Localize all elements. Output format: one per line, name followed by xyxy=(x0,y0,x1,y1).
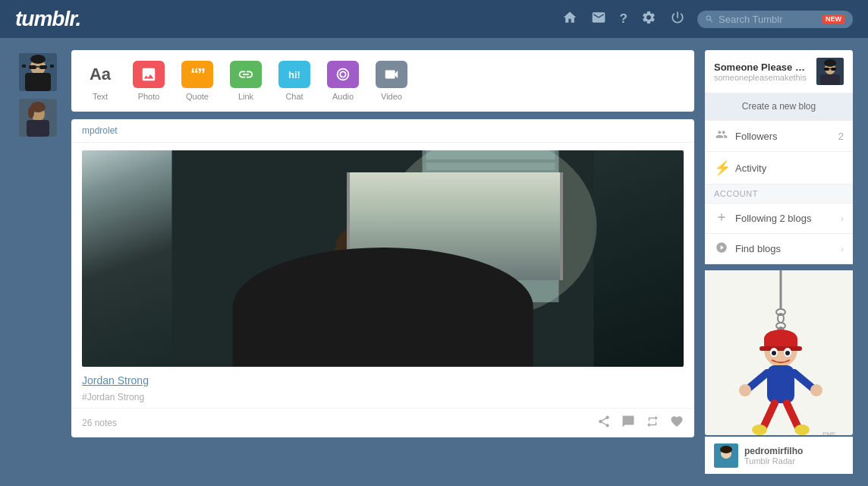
followers-label: Followers xyxy=(735,131,832,142)
svg-rect-36 xyxy=(305,291,434,367)
svg-rect-21 xyxy=(426,205,555,213)
svg-rect-28 xyxy=(309,279,430,367)
new-badge: new xyxy=(822,14,845,24)
following-icon xyxy=(714,211,729,226)
radar-bottom-info: pedromirfilho Tumblr Radar xyxy=(744,446,844,465)
svg-point-66 xyxy=(739,384,751,396)
comment-icon[interactable] xyxy=(621,415,635,431)
svg-rect-34 xyxy=(371,266,386,275)
svg-point-64 xyxy=(752,424,767,435)
svg-rect-7 xyxy=(50,65,54,68)
svg-point-8 xyxy=(30,55,46,64)
svg-rect-3 xyxy=(29,65,36,69)
video-post-button[interactable]: Video xyxy=(375,61,408,101)
post-image-container xyxy=(71,143,694,367)
blog-info: Someone Please M... someonepleasemakethi… xyxy=(714,62,810,82)
svg-point-31 xyxy=(332,245,350,281)
photo-post-button[interactable]: Photo xyxy=(132,61,165,101)
radar-bottom-avatar xyxy=(714,443,738,468)
radar-tag: Tumblr Radar xyxy=(744,456,844,465)
svg-rect-54 xyxy=(760,346,802,351)
svg-rect-24 xyxy=(426,237,555,245)
post-body: Jordan Strong #Jordan Strong xyxy=(71,367,694,408)
blog-url: someonepleasemakethis xyxy=(714,73,810,82)
find-blogs-arrow: › xyxy=(841,244,844,254)
radar-card: PMF + xyxy=(705,270,853,435)
blog-name: Someone Please M... xyxy=(714,62,810,73)
search-input[interactable] xyxy=(719,14,817,25)
find-blogs-link[interactable]: Find blogs › xyxy=(705,234,853,264)
svg-rect-33 xyxy=(353,266,368,275)
svg-point-39 xyxy=(824,59,836,67)
radar-bottom[interactable]: pedromirfilho Tumblr Radar xyxy=(705,437,853,474)
reblog-icon[interactable] xyxy=(646,415,659,431)
post-photo xyxy=(82,150,684,367)
mail-icon[interactable] xyxy=(591,10,606,29)
radar-username: pedromirfilho xyxy=(744,446,844,456)
find-blogs-label: Find blogs xyxy=(735,243,835,254)
svg-point-29 xyxy=(339,236,397,300)
activity-icon: ⚡ xyxy=(714,159,729,176)
post-card: mpdrolet xyxy=(71,119,694,437)
svg-rect-19 xyxy=(426,184,555,191)
help-icon[interactable]: ? xyxy=(620,11,627,27)
like-icon[interactable] xyxy=(670,415,684,431)
avatar-2[interactable] xyxy=(19,99,57,137)
account-section-header: ACCOUNT xyxy=(705,185,853,204)
power-icon[interactable] xyxy=(670,10,685,29)
svg-point-13 xyxy=(28,106,34,118)
text-post-button[interactable]: Aa Text xyxy=(83,61,117,101)
svg-rect-25 xyxy=(426,248,555,255)
quote-post-button[interactable]: “” Quote xyxy=(181,61,214,101)
svg-rect-20 xyxy=(426,194,555,202)
svg-rect-2 xyxy=(25,73,51,91)
svg-rect-40 xyxy=(820,74,840,85)
search-bar: new xyxy=(697,11,853,28)
find-blogs-icon xyxy=(714,241,729,256)
create-blog-button[interactable]: Create a new blog xyxy=(705,93,853,120)
audio-post-button[interactable]: Audio xyxy=(326,61,360,101)
center-feed: Aa Text Photo “” Quote Link xyxy=(71,50,694,474)
home-icon[interactable] xyxy=(562,10,577,29)
svg-rect-14 xyxy=(172,150,594,367)
right-sidebar: Someone Please M... someonepleasemakethi… xyxy=(705,50,853,474)
svg-rect-11 xyxy=(27,120,49,137)
share-icon[interactable] xyxy=(597,415,611,431)
post-header: mpdrolet xyxy=(71,119,694,143)
following-link[interactable]: Following 2 blogs › xyxy=(705,204,853,234)
avatar-1[interactable] xyxy=(19,53,57,91)
following-label: Following 2 blogs xyxy=(735,213,835,224)
svg-point-67 xyxy=(810,384,822,396)
svg-point-27 xyxy=(301,348,438,367)
post-composer: Aa Text Photo “” Quote Link xyxy=(71,50,694,112)
svg-rect-41 xyxy=(824,68,829,71)
post-actions xyxy=(597,415,684,431)
svg-rect-22 xyxy=(426,216,555,223)
svg-point-57 xyxy=(772,351,776,355)
svg-rect-42 xyxy=(831,68,836,71)
svg-point-30 xyxy=(336,224,400,267)
post-username[interactable]: mpdrolet xyxy=(82,125,118,136)
svg-rect-15 xyxy=(423,150,559,302)
activity-stat[interactable]: ⚡ Activity xyxy=(705,152,853,185)
svg-point-71 xyxy=(720,446,732,453)
post-notes: 26 notes xyxy=(82,418,117,428)
svg-text:PMF: PMF xyxy=(822,431,836,435)
activity-label: Activity xyxy=(735,163,844,174)
post-title[interactable]: Jordan Strong xyxy=(82,374,684,387)
nav-icons: ? xyxy=(562,10,685,29)
followers-stat[interactable]: Followers 2 xyxy=(705,121,853,152)
header: tumblr. ? new xyxy=(0,0,868,38)
svg-rect-59 xyxy=(767,365,794,403)
chat-post-button[interactable]: hi! Chat xyxy=(278,61,311,101)
followers-count: 2 xyxy=(838,131,844,142)
settings-icon[interactable] xyxy=(641,10,656,29)
blog-avatar[interactable] xyxy=(816,58,844,85)
svg-point-32 xyxy=(386,246,404,279)
svg-rect-6 xyxy=(22,65,26,68)
logo: tumblr. xyxy=(15,7,80,31)
svg-rect-18 xyxy=(426,173,555,181)
svg-point-58 xyxy=(785,351,790,355)
link-post-button[interactable]: Link xyxy=(229,61,263,101)
svg-point-65 xyxy=(794,424,810,435)
